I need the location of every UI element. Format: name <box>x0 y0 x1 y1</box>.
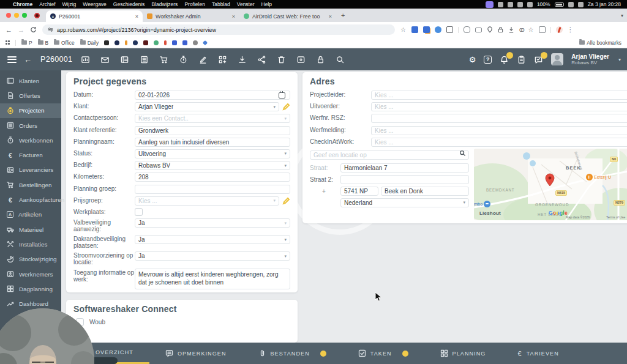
menu-tabblad[interactable]: Tabblad <box>212 1 230 7</box>
close-tab-icon[interactable]: × <box>135 13 138 20</box>
dakrandbeveiliging-select[interactable]: Ja▾ <box>135 235 290 244</box>
extension-icon[interactable] <box>411 26 418 33</box>
sidebar-item-werknemers[interactable]: Werknemers <box>0 267 61 281</box>
uitvoerder-select[interactable]: Kies ...▾ <box>371 102 627 111</box>
settings-gear-icon[interactable]: ⚙ <box>469 55 476 64</box>
download-icon[interactable] <box>508 26 514 33</box>
location-icon[interactable] <box>487 26 493 33</box>
worksheet-icon[interactable] <box>140 55 149 64</box>
download-icon[interactable] <box>238 55 247 64</box>
bookmark-favicon[interactable] <box>154 40 159 45</box>
search-icon[interactable] <box>459 150 466 157</box>
werfnr-rsz-input[interactable] <box>371 114 627 123</box>
help-icon[interactable]: ? <box>484 56 492 64</box>
pdf-report-icon[interactable] <box>81 55 90 64</box>
status-icon[interactable] <box>498 2 503 7</box>
share-icon[interactable] <box>257 55 266 64</box>
projectleider-select[interactable]: Kies ...▾ <box>371 91 627 100</box>
sidebar-item-facturen[interactable]: € Facturen <box>0 147 61 162</box>
close-tab-icon[interactable]: × <box>232 13 235 20</box>
forward-button[interactable]: → <box>18 26 24 34</box>
back-button[interactable]: ← <box>6 26 12 34</box>
straat-input[interactable] <box>340 163 469 173</box>
timer-icon[interactable] <box>179 55 188 64</box>
stroomvoorziening-select[interactable]: Ja▾ <box>135 251 290 261</box>
sidebar-item-aankoopfacturen[interactable]: € Aankoopfacturen <box>0 192 61 207</box>
sidebar-item-projecten[interactable]: Projecten <box>0 103 61 118</box>
zoom-window-button[interactable] <box>22 13 27 18</box>
close-tab-icon[interactable]: × <box>329 13 332 20</box>
contacts-icon[interactable] <box>120 55 129 64</box>
tab-planning[interactable]: PLANNING <box>424 343 502 364</box>
cart-icon[interactable] <box>159 55 168 64</box>
tab-p260001[interactable]: ó P260001 × <box>46 10 143 22</box>
passwords-icon[interactable] <box>464 26 470 33</box>
locatie-search-input[interactable] <box>310 150 469 160</box>
address-bar[interactable]: app.robaws.com/#/project/2136?origin=dyn… <box>42 24 395 35</box>
profile-avatar[interactable] <box>556 26 563 33</box>
postcode-input[interactable] <box>340 187 378 196</box>
sidebar-item-artikelen[interactable]: A Artikelen <box>0 207 61 222</box>
checkinatwork-select[interactable]: Kies ...▾ <box>371 138 627 147</box>
sidebar-item-bestellingen[interactable]: Bestellingen <box>0 177 61 192</box>
valbeveiliging-select[interactable]: Ja▾ <box>135 218 290 228</box>
payment-icon[interactable] <box>475 28 482 32</box>
map-terms-link[interactable]: Terms of Use <box>606 215 625 219</box>
klant-select[interactable]: Arjan Vlieger▾ <box>135 102 279 111</box>
tab-taken[interactable]: TAKEN <box>342 343 424 364</box>
planning-groep-input[interactable] <box>135 185 290 194</box>
bookmark-favicon[interactable] <box>115 40 119 45</box>
user-avatar[interactable] <box>551 53 563 65</box>
poi-jumbo[interactable]: mbo <box>474 201 490 207</box>
edit-prijsgroep-pencil-icon[interactable] <box>282 197 290 205</box>
bookmark-folder-b[interactable]: B <box>38 40 49 46</box>
sidebar-item-werkbonnen[interactable]: Werkbonnen <box>0 133 61 147</box>
menubar-clock[interactable]: Za 3 jan 20:28 <box>588 1 621 7</box>
bookmark-favicon[interactable] <box>172 40 177 45</box>
menu-app-name[interactable]: Chrome <box>13 1 32 7</box>
tab-bestanden[interactable]: BESTANDEN <box>242 343 342 364</box>
tab-workshaker-admin[interactable]: Workshaker Admin × <box>143 10 239 22</box>
toegang-informatie-textarea[interactable]: Mevrouw is altijd eerst kinderen weghbre… <box>135 269 290 289</box>
sidebar-item-stockwijziging[interactable]: Stockwijziging <box>0 252 61 267</box>
sidebar-item-materieel[interactable]: Materieel <box>0 222 61 237</box>
extension-icon[interactable] <box>435 26 441 33</box>
all-bookmarks-button[interactable]: Alle bookmarks <box>579 40 621 46</box>
menu-icon[interactable] <box>7 56 17 63</box>
datum-input[interactable] <box>135 91 290 100</box>
tab-search-caret-icon[interactable]: ▾ <box>621 13 623 18</box>
trash-icon[interactable] <box>277 55 286 64</box>
bedrijf-select[interactable]: Robaws BV▾ <box>135 161 290 170</box>
favorites-star-icon[interactable]: ☆ <box>528 26 534 33</box>
extensions-puzzle-icon[interactable] <box>446 26 453 33</box>
bookmark-favicon[interactable] <box>193 40 198 45</box>
spotlight-icon[interactable] <box>568 2 574 7</box>
minimize-window-button[interactable] <box>14 13 19 18</box>
map[interactable]: Bosscheweg BEEK BEEMDKANT GROENEWOUD HET… <box>474 149 627 220</box>
sidebar-item-offertes[interactable]: Offertes <box>0 88 61 103</box>
planningnaam-input[interactable] <box>135 138 290 147</box>
tab-airdroid[interactable]: AirDroid Cast Web: Free too × <box>239 10 336 22</box>
lock-icon[interactable] <box>498 26 503 33</box>
edit-icon[interactable] <box>198 55 208 64</box>
bookmark-favicon[interactable] <box>182 40 187 45</box>
reading-list-icon[interactable] <box>539 26 546 33</box>
app-back-icon[interactable]: ← <box>24 55 32 64</box>
poi-eeterij[interactable]: Eeterij U <box>586 174 611 180</box>
search-icon[interactable] <box>336 55 345 64</box>
bookmark-favicon[interactable] <box>104 40 109 45</box>
menu-venster[interactable]: Venster <box>237 1 255 7</box>
tab-opmerkingen[interactable]: OPMERKINGEN <box>149 343 242 364</box>
land-select[interactable]: Nederland▾ <box>340 198 469 207</box>
bookmark-favicon[interactable] <box>133 40 138 45</box>
sidebar-item-klanten[interactable]: Klanten <box>0 73 61 88</box>
apps-plus-icon[interactable] <box>218 55 227 64</box>
bookmark-folder-office[interactable]: Office <box>54 40 75 46</box>
status-icon[interactable] <box>517 2 523 7</box>
site-settings-icon[interactable] <box>48 27 53 32</box>
menu-help[interactable]: Help <box>261 1 272 7</box>
bookmark-folder-p[interactable]: P <box>21 40 32 46</box>
close-window-button[interactable] <box>6 13 11 18</box>
mail-icon[interactable] <box>100 55 110 64</box>
new-tab-button[interactable]: + <box>341 12 345 19</box>
